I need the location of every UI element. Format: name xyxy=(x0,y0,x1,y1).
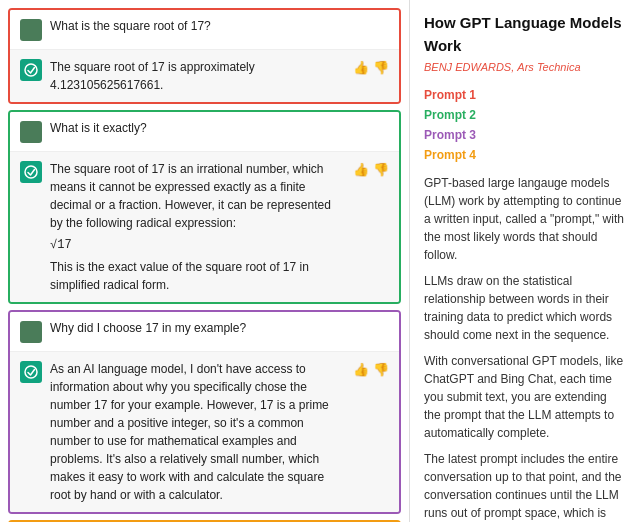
user-text-3: Why did I choose 17 in my example? xyxy=(50,320,389,337)
svg-point-1 xyxy=(25,166,37,178)
user-text-1: What is the square root of 17? xyxy=(50,18,389,35)
prompt-link-4[interactable]: Prompt 4 xyxy=(424,146,626,164)
thumbs-down-2[interactable]: 👎 xyxy=(373,162,389,177)
info-panel: How GPT Language Models Work BENJ EDWARD… xyxy=(410,0,640,522)
ai-avatar-2 xyxy=(20,161,42,183)
prompt-link-1[interactable]: Prompt 1 xyxy=(424,86,626,104)
user-avatar-3 xyxy=(20,321,42,343)
svg-point-0 xyxy=(25,64,37,76)
byline-pub: Ars Technica xyxy=(517,61,580,73)
article-title: How GPT Language Models Work xyxy=(424,12,626,57)
ai-message-3: As an AI language model, I don't have ac… xyxy=(10,352,399,512)
info-para-4: The latest prompt includes the entire co… xyxy=(424,450,626,523)
user-message-1: What is the square root of 17? xyxy=(10,10,399,50)
ai-avatar-3 xyxy=(20,361,42,383)
thumbs-up-2[interactable]: 👍 xyxy=(353,162,369,177)
user-message-2: What is it exactly? xyxy=(10,112,399,152)
ai-avatar-1 xyxy=(20,59,42,81)
byline-author: BENJ EDWARDS, xyxy=(424,61,514,73)
info-para-2: LLMs draw on the statistical relationshi… xyxy=(424,272,626,344)
prompt-links: Prompt 1 Prompt 2 Prompt 3 Prompt 4 xyxy=(424,86,626,164)
user-message-3: Why did I choose 17 in my example? xyxy=(10,312,399,352)
prompt-link-3[interactable]: Prompt 3 xyxy=(424,126,626,144)
chat-panel: What is the square root of 17? The squar… xyxy=(0,0,410,522)
thumbs-3[interactable]: 👍 👎 xyxy=(353,360,389,377)
info-para-3: With conversational GPT models, like Cha… xyxy=(424,352,626,442)
byline: BENJ EDWARDS, Ars Technica xyxy=(424,59,626,76)
thumbs-down-3[interactable]: 👎 xyxy=(373,362,389,377)
ai-message-2: The square root of 17 is an irrational n… xyxy=(10,152,399,302)
ai-text-2-formula: √17 xyxy=(50,236,345,254)
svg-point-2 xyxy=(25,366,37,378)
prompt-block-1: What is the square root of 17? The squar… xyxy=(8,8,401,104)
prompt-block-3: Why did I choose 17 in my example? As an… xyxy=(8,310,401,514)
thumbs-up-1[interactable]: 👍 xyxy=(353,60,369,75)
info-para-1: GPT-based large langauge models (LLM) wo… xyxy=(424,174,626,264)
user-text-2: What is it exactly? xyxy=(50,120,389,137)
ai-text-2-main: The square root of 17 is an irrational n… xyxy=(50,160,345,232)
thumbs-up-3[interactable]: 👍 xyxy=(353,362,369,377)
thumbs-down-1[interactable]: 👎 xyxy=(373,60,389,75)
prompt-link-2[interactable]: Prompt 2 xyxy=(424,106,626,124)
ai-message-1: The square root of 17 is approximately 4… xyxy=(10,50,399,102)
thumbs-1[interactable]: 👍 👎 xyxy=(353,58,389,75)
ai-text-2: The square root of 17 is an irrational n… xyxy=(50,160,345,294)
user-avatar-2 xyxy=(20,121,42,143)
ai-text-2-extra: This is the exact value of the square ro… xyxy=(50,258,345,294)
thumbs-2[interactable]: 👍 👎 xyxy=(353,160,389,177)
prompt-block-2: What is it exactly? The square root of 1… xyxy=(8,110,401,304)
ai-text-3: As an AI language model, I don't have ac… xyxy=(50,360,345,504)
user-avatar-1 xyxy=(20,19,42,41)
ai-text-1: The square root of 17 is approximately 4… xyxy=(50,58,345,94)
